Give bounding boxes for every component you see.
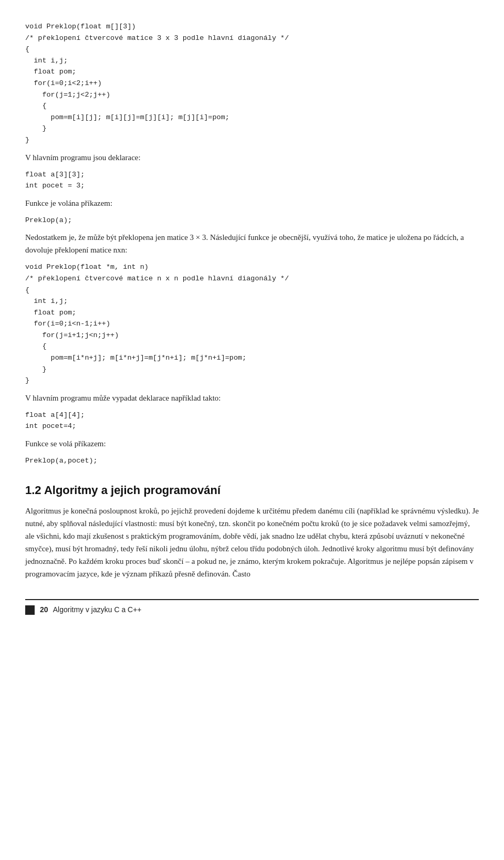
code-block-6: Preklop(a,pocet);	[25, 455, 479, 467]
code-block-4: void Preklop(float *m, int n) /* překlop…	[25, 261, 479, 386]
section-heading: 1.2 Algoritmy a jejich programování	[25, 481, 479, 499]
section-number: 1.2	[25, 484, 41, 497]
prose-4: V hlavním programu může vypadat deklarac…	[25, 392, 479, 404]
prose-1: V hlavním programu jsou deklarace:	[25, 151, 479, 164]
code-block-1: void Preklop(float m[][3]) /* překlopení…	[25, 21, 479, 146]
prose-3: Nedostatkem je, že může být překlopena j…	[25, 231, 479, 256]
footer-square-icon	[25, 605, 35, 615]
footer-text: 20 Algoritmy v jazyku C a C++	[40, 604, 142, 616]
prose-5: Funkce se volá příkazem:	[25, 437, 479, 450]
page-content: void Preklop(float m[][3]) /* překlopení…	[25, 21, 479, 615]
code-block-2: float a[3][3]; int pocet = 3;	[25, 169, 479, 192]
footer-book-title: Algoritmy v jazyku C a C++	[53, 605, 142, 614]
code-block-5: float a[4][4]; int pocet=4;	[25, 410, 479, 432]
section-body-1: Algoritmus je konečná posloupnost kroků,…	[25, 505, 479, 580]
footer-page-number: 20	[40, 605, 48, 614]
code-block-3: Preklop(a);	[25, 215, 479, 226]
section-title: Algoritmy a jejich programování	[44, 484, 220, 497]
footer-bar: 20 Algoritmy v jazyku C a C++	[25, 599, 479, 616]
prose-2: Funkce je volána příkazem:	[25, 197, 479, 209]
